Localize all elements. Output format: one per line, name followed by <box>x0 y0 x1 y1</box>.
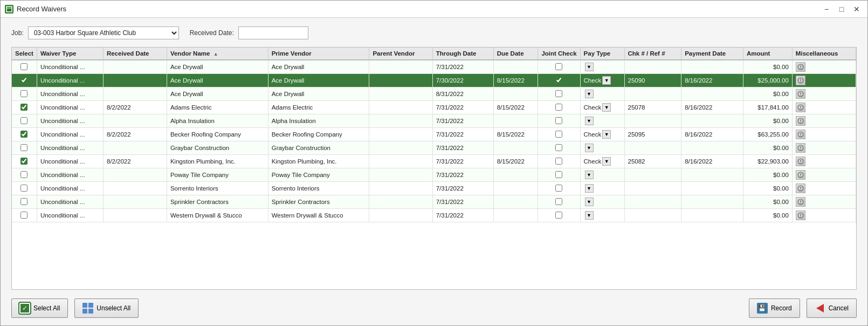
detail-button[interactable] <box>796 170 805 180</box>
pay-type-dropdown-btn[interactable]: ▼ <box>585 90 594 98</box>
col-amount[interactable]: Amount <box>743 47 792 60</box>
row-checkbox[interactable] <box>20 77 27 84</box>
pay-type-value: Check <box>584 131 602 138</box>
detail-button[interactable] <box>796 197 805 207</box>
detail-button[interactable] <box>796 89 805 99</box>
col-select[interactable]: Select <box>12 47 37 60</box>
received-date-cell <box>103 74 167 87</box>
minimize-button[interactable]: − <box>820 4 833 15</box>
table-row[interactable]: Unconditional ...Ace DrywallAce Drywall7… <box>12 74 856 87</box>
table-row[interactable]: Unconditional ...Ace DrywallAce Drywall7… <box>12 60 856 74</box>
job-select[interactable]: 03-003 Harbor Square Athletic Club <box>28 26 179 39</box>
pay-type-dropdown-btn[interactable]: ▼ <box>585 171 594 179</box>
row-checkbox[interactable] <box>20 104 27 111</box>
detail-button[interactable] <box>796 130 805 139</box>
joint-check-checkbox[interactable] <box>555 117 562 124</box>
pay-type-dropdown-btn[interactable]: ▼ <box>585 211 594 220</box>
row-checkbox[interactable] <box>20 90 27 97</box>
detail-button[interactable] <box>796 210 805 220</box>
col-due-date[interactable]: Due Date <box>493 47 538 60</box>
row-checkbox[interactable] <box>20 212 27 219</box>
select-cell <box>12 128 37 141</box>
col-joint-check[interactable]: Joint Check <box>538 47 580 60</box>
col-waiver-type[interactable]: Waiver Type <box>37 47 103 60</box>
joint-check-checkbox[interactable] <box>555 104 562 111</box>
prime-vendor-cell: Alpha Insulation <box>268 114 369 128</box>
pay-type-dropdown-btn[interactable]: ▼ <box>602 157 611 166</box>
col-prime-vendor[interactable]: Prime Vendor <box>268 47 369 60</box>
detail-button[interactable] <box>796 103 805 112</box>
joint-check-checkbox[interactable] <box>555 171 562 178</box>
table-row[interactable]: Unconditional ...Western Drywall & Stucc… <box>12 209 856 222</box>
joint-check-checkbox[interactable] <box>555 131 562 138</box>
pay-type-dropdown-btn[interactable]: ▼ <box>602 76 611 85</box>
table-row[interactable]: Unconditional ...8/2/2022Becker Roofing … <box>12 128 856 141</box>
pay-type-dropdown-btn[interactable]: ▼ <box>585 63 594 71</box>
detail-button[interactable] <box>796 62 805 72</box>
table-row[interactable]: Unconditional ...8/2/2022Kingston Plumbi… <box>12 155 856 168</box>
col-payment-date[interactable]: Payment Date <box>681 47 743 60</box>
maximize-button[interactable]: □ <box>835 4 848 15</box>
joint-check-checkbox[interactable] <box>555 77 562 84</box>
detail-button[interactable] <box>796 116 805 126</box>
prime-vendor-cell: Poway Tile Company <box>268 168 369 182</box>
payment-date-cell <box>681 141 743 155</box>
detail-button[interactable] <box>796 157 805 166</box>
due-date-cell: 8/15/2022 <box>493 74 538 87</box>
job-field-group: Job: 03-003 Harbor Square Athletic Club <box>11 26 179 39</box>
prime-vendor-cell: Ace Drywall <box>268 60 369 74</box>
cancel-button[interactable]: Cancel <box>807 298 857 318</box>
select-all-button[interactable]: ✓ Select All <box>11 298 68 318</box>
detail-button[interactable] <box>796 184 805 193</box>
pay-type-dropdown-btn[interactable]: ▼ <box>602 130 611 139</box>
pay-type-dropdown-btn[interactable]: ▼ <box>585 198 594 206</box>
joint-check-checkbox[interactable] <box>555 63 562 70</box>
unselect-all-button[interactable]: Unselect All <box>74 298 139 318</box>
col-misc[interactable]: Miscellaneous <box>792 47 856 60</box>
col-received-date[interactable]: Received Date <box>103 47 167 60</box>
select-cell <box>12 155 37 168</box>
table-row[interactable]: Unconditional ...Graybar ConstructionGra… <box>12 141 856 155</box>
row-checkbox[interactable] <box>20 158 27 165</box>
joint-check-checkbox[interactable] <box>555 90 562 97</box>
table-row[interactable]: Unconditional ...Alpha InsulationAlpha I… <box>12 114 856 128</box>
vendor-name-cell: Adams Electric <box>167 101 268 114</box>
table-row[interactable]: Unconditional ...Sprinkler ContractorsSp… <box>12 195 856 209</box>
col-through-date[interactable]: Through Date <box>432 47 493 60</box>
table-row[interactable]: Unconditional ...Poway Tile CompanyPoway… <box>12 168 856 182</box>
row-checkbox[interactable] <box>20 144 27 151</box>
col-chk-ref[interactable]: Chk # / Ref # <box>624 47 681 60</box>
pay-type-dropdown-btn[interactable]: ▼ <box>585 117 594 125</box>
pay-type-dropdown-btn[interactable]: ▼ <box>585 144 594 152</box>
record-button[interactable]: 💾 Record <box>749 298 800 318</box>
table-row[interactable]: Unconditional ...Sorrento InteriorsSorre… <box>12 182 856 195</box>
joint-check-checkbox[interactable] <box>555 185 562 192</box>
joint-check-checkbox[interactable] <box>555 144 562 151</box>
detail-button[interactable] <box>796 76 805 85</box>
row-checkbox[interactable] <box>20 198 27 205</box>
close-button[interactable]: ✕ <box>850 4 863 15</box>
received-date-input[interactable] <box>238 26 308 39</box>
col-vendor-name[interactable]: Vendor Name ▲ <box>167 47 268 60</box>
col-pay-type[interactable]: Pay Type <box>580 47 624 60</box>
window-controls: − □ ✕ <box>820 4 863 15</box>
row-checkbox[interactable] <box>20 171 27 178</box>
col-parent-vendor[interactable]: Parent Vendor <box>369 47 432 60</box>
unselect-all-icon <box>82 303 93 314</box>
row-checkbox[interactable] <box>20 117 27 124</box>
job-label: Job: <box>11 29 24 37</box>
misc-cell <box>792 114 856 128</box>
payment-date-cell <box>681 60 743 74</box>
pay-type-dropdown-btn[interactable]: ▼ <box>585 184 594 193</box>
pay-type-dropdown-btn[interactable]: ▼ <box>602 103 611 112</box>
joint-check-checkbox[interactable] <box>555 158 562 165</box>
row-checkbox[interactable] <box>20 63 27 70</box>
received-date-cell <box>103 60 167 74</box>
table-row[interactable]: Unconditional ...Ace DrywallAce Drywall8… <box>12 87 856 101</box>
row-checkbox[interactable] <box>20 131 27 138</box>
detail-button[interactable] <box>796 143 805 153</box>
row-checkbox[interactable] <box>20 185 27 192</box>
joint-check-checkbox[interactable] <box>555 198 562 205</box>
table-row[interactable]: Unconditional ...8/2/2022Adams ElectricA… <box>12 101 856 114</box>
joint-check-checkbox[interactable] <box>555 212 562 219</box>
